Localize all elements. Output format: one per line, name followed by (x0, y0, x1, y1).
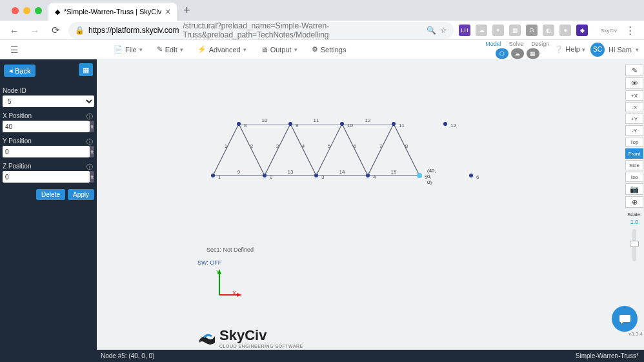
svg-line-1 (239, 124, 265, 176)
extension-icon[interactable]: ◆ (576, 25, 588, 36)
monitor-icon: 🖥 (261, 46, 268, 54)
hamburger-icon[interactable]: ☰ (5, 45, 23, 55)
forward-icon[interactable]: → (27, 23, 43, 38)
advanced-menu[interactable]: ⚡Advanced▾ (197, 45, 247, 54)
view-side[interactable]: Side (625, 160, 643, 170)
node-label: 10 (347, 123, 353, 128)
member-label: 6 (354, 143, 356, 149)
lock-icon: 🔒 (75, 26, 85, 35)
view-minus-x[interactable]: -X (625, 102, 643, 112)
file-menu[interactable]: 📄File▾ (114, 45, 143, 54)
svg-line-0 (213, 124, 239, 176)
node-label: 4 (373, 174, 376, 180)
view-iso[interactable]: Iso (625, 172, 643, 182)
z-position-input[interactable] (3, 171, 90, 183)
node-label: 3 (321, 174, 324, 180)
svg-line-5 (342, 124, 368, 176)
truss-node[interactable] (237, 122, 241, 126)
settings-menu[interactable]: ⚙Settings (312, 45, 347, 54)
gear-icon: ⚙ (312, 45, 318, 54)
info-icon[interactable]: ⓘ (86, 163, 93, 172)
mode-design[interactable]: Design (531, 41, 549, 47)
truss-node[interactable] (211, 174, 215, 177)
x-position-input[interactable] (3, 121, 90, 132)
extension-icon[interactable]: ◐ (543, 25, 554, 36)
truss-node[interactable] (263, 174, 267, 177)
scale-slider[interactable] (632, 229, 636, 261)
url-domain: https://platform.skyciv.com (88, 26, 179, 35)
logo-tagline: CLOUD ENGINEERING SOFTWARE (219, 344, 303, 348)
close-window[interactable] (12, 7, 19, 14)
truss-node[interactable] (443, 122, 447, 126)
view-toolbar: ✎ 👁 +X -X +Y -Y Top Front Side Iso 📷 ⊕ S… (625, 65, 644, 261)
node-label: 11 (399, 123, 405, 128)
axis-indicator: Y X (216, 269, 242, 301)
truss-node[interactable] (366, 174, 370, 177)
help-menu[interactable]: ❔ Help ▾ (554, 45, 585, 54)
solve-icon[interactable]: ☁ (511, 48, 524, 59)
user-menu[interactable]: SC Hi Sam ▾ (590, 43, 639, 57)
pencil-tool-icon[interactable]: ✎ (625, 65, 643, 76)
node-id-select[interactable]: 5 (3, 96, 94, 107)
brand-logo: SkyCiv CLOUD ENGINEERING SOFTWARE (197, 327, 303, 348)
view-top[interactable]: Top (625, 137, 643, 147)
node-label: 12 (450, 123, 456, 128)
y-position-input[interactable] (3, 146, 90, 157)
truss-node[interactable] (314, 174, 318, 177)
close-tab-icon[interactable]: × (165, 6, 170, 17)
scale-value: 1.0 (630, 219, 639, 225)
star-icon[interactable]: ☆ (440, 26, 447, 35)
back-button[interactable]: ◂ Back (4, 65, 35, 77)
visibility-icon[interactable]: 👁 (625, 77, 643, 89)
extension-icon[interactable]: ☁ (476, 25, 487, 36)
crosshair-icon[interactable]: ⊕ (625, 196, 643, 208)
view-front[interactable]: Front (625, 148, 643, 159)
truss-node[interactable] (288, 122, 292, 126)
extension-icon[interactable]: LH (459, 25, 470, 36)
chat-button[interactable] (612, 306, 638, 332)
slider-thumb[interactable] (630, 241, 639, 247)
design-icon[interactable]: ▦ (527, 48, 539, 59)
delete-button[interactable]: Delete (36, 189, 65, 200)
model-canvas[interactable]: 12345678910111213141512345(40, 0, 0)6891… (97, 59, 644, 350)
datasheet-button[interactable]: ▦ (79, 63, 93, 76)
reload-icon[interactable]: ⟳ (48, 23, 63, 38)
extension-icon[interactable]: ✦ (492, 25, 504, 36)
output-menu[interactable]: 🖥Output▾ (261, 45, 297, 54)
camera-icon[interactable]: 📷 (625, 183, 643, 195)
search-in-page-icon[interactable]: 🔍 (427, 26, 436, 35)
apply-button[interactable]: Apply (68, 189, 94, 200)
edit-menu[interactable]: ✎Edit▾ (157, 45, 183, 54)
info-icon[interactable]: ⓘ (86, 137, 93, 146)
view-plus-y[interactable]: +Y (625, 114, 643, 124)
window-controls[interactable] (5, 7, 48, 14)
truss-node[interactable] (392, 122, 396, 126)
extension-icon[interactable]: ● (559, 25, 571, 36)
svg-line-2 (265, 124, 290, 176)
tab-title: *Simple-Warren-Truss | SkyCiv (64, 8, 161, 15)
browser-tab[interactable]: ◆ *Simple-Warren-Truss | SkyCiv × (48, 3, 177, 21)
address-bar[interactable]: 🔒 https://platform.skyciv.com/structural… (68, 22, 454, 39)
info-icon[interactable]: ⓘ (86, 112, 93, 121)
back-icon[interactable]: ← (6, 23, 22, 38)
model-icon[interactable]: ⬡ (496, 48, 508, 59)
truss-node[interactable] (340, 122, 344, 126)
svg-line-4 (316, 124, 342, 176)
truss-node[interactable] (417, 173, 422, 178)
browser-menu-icon[interactable]: ⋮ (622, 23, 638, 38)
file-icon: 📄 (114, 45, 123, 54)
extension-icon[interactable]: G (526, 25, 538, 36)
view-minus-y[interactable]: -Y (625, 125, 643, 136)
extension-icon[interactable]: SkyCiv (601, 28, 617, 34)
minimize-window[interactable] (23, 7, 30, 14)
mode-solve[interactable]: Solve (509, 41, 524, 47)
new-tab-button[interactable]: + (183, 4, 190, 17)
truss-node[interactable] (469, 174, 473, 177)
node-id-label: Node ID (3, 87, 94, 94)
mode-model[interactable]: Model (485, 41, 501, 47)
extension-icon[interactable]: ▦ (509, 25, 521, 36)
view-plus-x[interactable]: +X (625, 90, 643, 101)
member-label: 14 (339, 169, 345, 175)
maximize-window[interactable] (35, 7, 42, 14)
version-label: v3.3.4 (629, 331, 643, 337)
